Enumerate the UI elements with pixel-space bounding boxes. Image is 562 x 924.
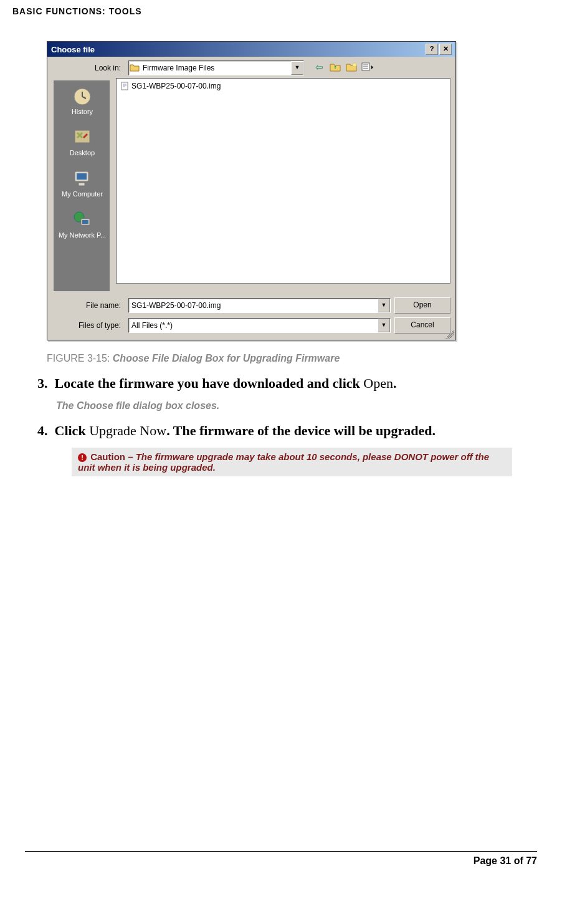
history-icon [71,85,93,107]
svg-rect-6 [79,183,85,186]
files-of-type-value: All Files (*.*) [129,321,378,330]
resize-grip-icon[interactable] [445,330,454,339]
back-icon[interactable]: ⇦ [313,62,325,74]
figure-caption: FIGURE 3-15: Choose File Dialog Box for … [47,353,550,364]
caution-icon: ! [78,453,87,462]
svg-rect-5 [77,173,87,180]
places-bar: History Desktop My Computer [47,78,116,294]
files-of-type-label: Files of type: [52,321,125,330]
page-footer: Page 31 of 77 [25,851,537,867]
look-in-combo[interactable]: Firmware Image Files ▼ [128,60,304,75]
step-4: 4. Click Upgrade Now. The firmware of th… [37,423,525,439]
file-name-label: File name: [52,301,125,310]
file-name-input[interactable]: SG1-WBP25-00-07-00.img ▼ [128,298,391,313]
file-list[interactable]: SG1-WBP25-00-07-00.img [116,78,450,284]
svg-point-0 [353,63,356,67]
caution-box: ! Caution – The firmware upgrade may tak… [72,448,512,476]
network-icon [71,209,93,230]
place-history[interactable]: History [55,85,110,124]
figure-label: FIGURE 3-15: [47,353,110,363]
computer-icon [71,168,93,189]
place-my-network[interactable]: My Network P... [55,209,110,248]
files-of-type-combo[interactable]: All Files (*.*) ▼ [128,318,391,333]
caution-text: – The firmware upgrade may take about 10… [78,451,489,473]
open-button[interactable]: Open [394,297,450,314]
look-in-label: Look in: [52,64,125,72]
cancel-button[interactable]: Cancel [394,317,450,334]
new-folder-icon[interactable] [345,62,358,74]
desktop-icon [71,127,93,148]
dropdown-icon[interactable]: ▼ [378,319,390,332]
place-desktop[interactable]: Desktop [55,127,110,165]
dialog-titlebar: Choose file ? ✕ [47,42,455,57]
look-in-value: Firmware Image Files [140,64,291,72]
choose-file-dialog: Choose file ? ✕ Look in: Firmware Image … [47,41,456,340]
figure-title: Choose File Dialog Box for Upgrading Fir… [113,353,340,363]
dropdown-icon[interactable]: ▼ [291,61,303,75]
place-my-computer[interactable]: My Computer [55,168,110,206]
up-folder-icon[interactable] [329,62,341,74]
page-header: BASIC FUNCTIONS: TOOLS [12,0,550,22]
file-name: SG1-WBP25-00-07-00.img [131,82,221,90]
close-button[interactable]: ✕ [439,44,452,55]
folder-open-icon [129,63,140,74]
file-name-value: SG1-WBP25-00-07-00.img [129,301,378,310]
file-icon [120,82,129,90]
file-item[interactable]: SG1-WBP25-00-07-00.img [119,81,447,91]
step-3: 3. Locate the firmware you have download… [37,375,525,392]
svg-rect-10 [121,82,128,90]
dialog-title: Choose file [51,45,95,54]
step-3-sub: The Choose file dialog box closes. [56,400,525,411]
help-button[interactable]: ? [426,44,438,55]
views-icon[interactable] [361,62,374,74]
svg-rect-9 [82,220,88,224]
caution-label: Caution [90,451,125,462]
dropdown-icon[interactable]: ▼ [378,299,390,312]
